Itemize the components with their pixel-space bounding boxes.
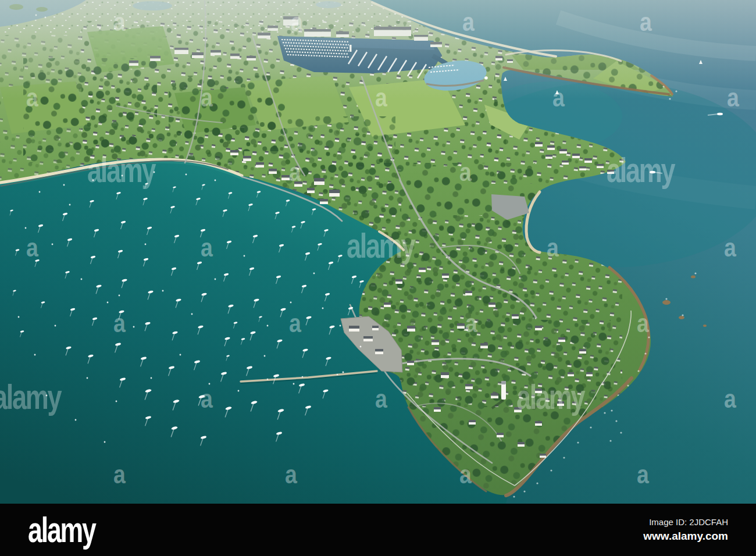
wall <box>480 346 488 349</box>
building <box>579 349 586 354</box>
surf-foam <box>536 482 538 484</box>
wall <box>586 375 593 377</box>
roof <box>329 190 340 193</box>
watermark-a: a <box>637 309 649 338</box>
roof <box>562 161 569 163</box>
wall <box>540 456 546 458</box>
roof <box>375 349 383 352</box>
building <box>320 199 328 204</box>
roof <box>269 169 277 172</box>
wall <box>349 329 359 332</box>
building <box>230 150 238 155</box>
roof <box>320 199 328 202</box>
roof <box>434 407 441 409</box>
watermark-a: a <box>465 309 477 338</box>
mooring-buoy <box>186 174 187 176</box>
building <box>465 384 473 389</box>
wall <box>329 193 340 197</box>
roof <box>547 145 555 148</box>
roof <box>432 340 439 343</box>
mooring-buoy <box>69 204 71 206</box>
boat-hull <box>717 113 723 115</box>
watermark-alamy: alamy <box>516 377 586 416</box>
building <box>307 188 315 193</box>
mooring-buoy <box>264 355 266 357</box>
wall <box>256 165 264 168</box>
wall <box>230 153 238 156</box>
surf-foam <box>513 496 515 497</box>
building <box>281 175 290 180</box>
mooring-buoy <box>343 372 344 373</box>
building <box>269 169 277 174</box>
mooring-buoy <box>340 325 341 327</box>
building <box>547 145 555 150</box>
mooring-buoy <box>52 244 54 245</box>
wall <box>375 352 383 355</box>
building <box>465 291 472 295</box>
watermark-a: a <box>289 309 301 338</box>
roof <box>407 326 415 329</box>
roof <box>384 302 391 305</box>
mooring-buoy <box>119 295 120 297</box>
mooring-buoy <box>293 383 295 385</box>
building <box>535 326 542 330</box>
mooring-buoy <box>238 390 240 392</box>
building <box>579 166 586 170</box>
roof <box>349 326 359 329</box>
roof <box>230 150 238 153</box>
watermark-a: a <box>724 384 736 414</box>
surf-foam <box>682 314 683 316</box>
alamy-url-text: www.alamy.com <box>643 529 728 543</box>
mooring-buoy <box>104 441 106 443</box>
wall <box>395 281 402 284</box>
watermark-a: a <box>375 384 387 414</box>
wall <box>407 329 415 332</box>
roof <box>480 343 488 346</box>
wall <box>547 148 555 150</box>
watermark-alamy: alamy <box>347 226 416 265</box>
building <box>568 372 574 376</box>
mooring-buoy <box>81 279 83 280</box>
building <box>375 349 383 354</box>
roof <box>465 291 472 293</box>
wall <box>384 305 391 307</box>
roof <box>442 273 449 276</box>
building <box>584 158 592 163</box>
building <box>314 178 324 185</box>
surf-foam <box>627 384 629 386</box>
rocky-islet <box>679 316 684 319</box>
mooring-buoy <box>313 273 315 275</box>
roof <box>535 326 542 328</box>
rocky-islet <box>691 276 696 279</box>
watermark-a: a <box>26 233 38 262</box>
roof <box>457 323 465 326</box>
footer-meta: Image ID: 2JDCFAH www.alamy.com <box>643 517 728 543</box>
surf-foam <box>604 412 605 414</box>
watermark-a: a <box>285 460 297 489</box>
building <box>535 142 543 147</box>
wall <box>441 375 449 378</box>
building <box>434 407 441 412</box>
wall <box>491 396 498 399</box>
rocky-islet <box>662 300 671 305</box>
surf-foam <box>523 490 525 492</box>
roof <box>243 156 251 159</box>
roof <box>584 158 592 161</box>
wall <box>434 409 441 412</box>
watermark-a: a <box>547 233 559 262</box>
roof <box>545 155 552 157</box>
roof <box>395 279 402 281</box>
surf-foam <box>611 409 612 411</box>
mooring-buoy <box>162 290 164 292</box>
surf-foam <box>694 272 696 274</box>
surf-foam <box>644 352 646 354</box>
wall <box>320 202 328 205</box>
wall <box>558 340 565 342</box>
mooring-buoy <box>63 184 65 186</box>
wall <box>535 423 542 426</box>
building <box>480 343 488 348</box>
watermark-a: a <box>201 83 213 112</box>
roof <box>488 302 495 305</box>
alamy-logo: alamy <box>28 512 95 548</box>
roof <box>491 393 498 396</box>
